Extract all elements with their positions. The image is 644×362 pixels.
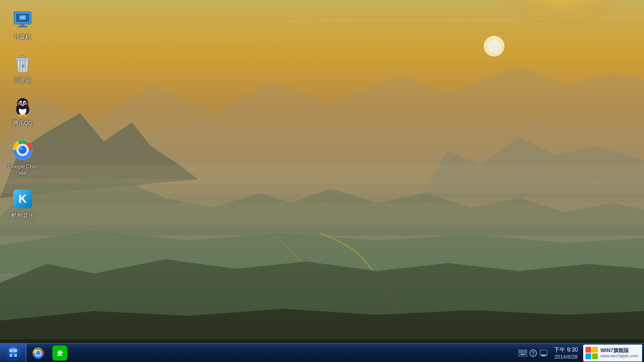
kuwo-icon: K: [11, 188, 34, 210]
svg-text:♻: ♻: [21, 64, 25, 68]
svg-rect-12: [0, 203, 644, 226]
svg-point-1: [349, 0, 632, 132]
svg-text:?: ?: [532, 351, 535, 356]
tray-help-icon[interactable]: ?: [528, 348, 538, 358]
computer-icon: [11, 9, 34, 32]
svg-rect-75: [525, 352, 526, 353]
svg-rect-71: [520, 352, 520, 353]
svg-rect-79: [540, 350, 547, 355]
kuwo-icon-label: 酷狗音乐: [11, 212, 34, 220]
svg-point-39: [21, 102, 22, 103]
recycle-bin-icon-label: 回收站: [14, 77, 31, 84]
svg-point-59: [9, 348, 17, 353]
svg-rect-67: [521, 351, 522, 352]
win7-edition-label: WIN7旗舰版: [600, 347, 638, 354]
svg-rect-83: [592, 347, 598, 353]
svg-point-42: [17, 102, 20, 105]
svg-line-29: [25, 61, 25, 71]
svg-rect-73: [522, 352, 523, 353]
svg-point-41: [21, 104, 24, 106]
svg-rect-80: [542, 355, 545, 356]
svg-rect-25: [21, 24, 25, 26]
svg-rect-69: [524, 351, 525, 352]
recycle-bin-icon-svg: ♻: [13, 53, 32, 74]
kuwo-icon-svg: K: [12, 189, 33, 209]
desktop-icon-recycle-bin[interactable]: ♻ 回收站: [5, 50, 41, 86]
win7-url-label: www.win7qijian.com: [600, 354, 638, 358]
tray-display-icon[interactable]: [539, 348, 548, 358]
svg-line-16: [189, 28, 644, 31]
svg-line-15: [283, 18, 644, 21]
svg-rect-0: [0, 0, 644, 362]
svg-rect-70: [525, 351, 526, 352]
svg-text:爱: 爱: [57, 350, 63, 357]
svg-rect-30: [16, 58, 30, 60]
svg-rect-84: [586, 354, 591, 359]
taskbar-iqiyi-icon: 爱: [52, 346, 67, 361]
taskbar-iqiyi-button[interactable]: 爱: [50, 345, 70, 362]
svg-line-27: [20, 61, 20, 71]
svg-rect-57: [9, 354, 12, 357]
svg-rect-72: [521, 352, 522, 353]
system-tray: ? 下午 9:30 2014/8/28: [516, 344, 644, 362]
qq-icon-label: 腾讯QQ: [13, 120, 33, 127]
svg-line-5: [0, 26, 644, 28]
svg-line-9: [94, 70, 644, 73]
win7-brand-text: WIN7旗舰版 www.win7qijian.com: [600, 347, 638, 358]
taskbar-chrome-icon: [33, 347, 44, 359]
svg-rect-24: [20, 16, 25, 19]
desktop-icon-kuwo[interactable]: K 酷狗音乐: [5, 186, 41, 222]
svg-point-2: [484, 36, 504, 57]
svg-point-45: [23, 115, 27, 117]
clock-time: 下午 9:30: [554, 346, 578, 354]
desktop-icon-computer[interactable]: 计算机: [5, 7, 41, 43]
svg-rect-68: [522, 351, 523, 352]
desktop-icon-qq[interactable]: 腾讯QQ: [5, 93, 41, 129]
recycle-bin-icon: ♻: [11, 52, 34, 75]
qq-icon-svg: [12, 96, 33, 117]
win7-logo-icon: [585, 346, 598, 360]
iqiyi-icon-svg: 爱: [53, 346, 66, 360]
chrome-icon-label: Google Chrome: [8, 163, 38, 177]
svg-line-6: [0, 35, 644, 38]
svg-text:K: K: [18, 192, 27, 205]
taskbar: 爱: [0, 343, 644, 362]
svg-rect-14: [0, 0, 644, 362]
svg-line-8: [0, 59, 644, 61]
svg-rect-10: [0, 165, 644, 184]
tray-keyboard-icon[interactable]: [518, 348, 528, 358]
svg-line-7: [0, 47, 644, 49]
svg-rect-85: [592, 354, 598, 359]
svg-point-4: [487, 40, 501, 53]
svg-rect-82: [586, 347, 591, 353]
wallpaper: [0, 0, 644, 362]
svg-rect-74: [524, 352, 525, 353]
desktop: 计算机 ♻ 回收站: [0, 0, 644, 362]
svg-rect-76: [520, 354, 525, 355]
desktop-icons-container: 计算机 ♻ 回收站: [0, 0, 45, 232]
win7-brand: WIN7旗舰版 www.win7qijian.com: [583, 345, 642, 362]
keyboard-icon-svg: [519, 350, 527, 356]
svg-point-3: [486, 38, 503, 55]
qq-icon: [11, 95, 34, 118]
taskbar-chrome-button[interactable]: [28, 345, 49, 362]
start-button[interactable]: [0, 344, 26, 362]
svg-rect-58: [14, 354, 17, 357]
taskbar-pinned-apps: 爱: [26, 345, 72, 362]
help-icon-svg: ?: [529, 349, 537, 357]
windows-orb-icon: [6, 346, 21, 361]
system-clock[interactable]: 下午 9:30 2014/8/28: [549, 344, 582, 362]
svg-line-18: [0, 51, 519, 54]
desktop-icon-chrome[interactable]: Google Chrome: [5, 137, 41, 179]
svg-rect-11: [0, 179, 644, 193]
clock-date: 2014/8/28: [554, 354, 578, 360]
svg-point-49: [19, 147, 26, 153]
svg-point-50: [20, 147, 23, 149]
svg-line-17: [0, 40, 377, 42]
computer-icon-svg: [12, 11, 33, 30]
chrome-icon: [11, 139, 34, 161]
svg-rect-26: [18, 26, 27, 27]
svg-rect-66: [520, 351, 520, 352]
svg-point-43: [25, 102, 28, 105]
svg-point-44: [18, 115, 23, 117]
